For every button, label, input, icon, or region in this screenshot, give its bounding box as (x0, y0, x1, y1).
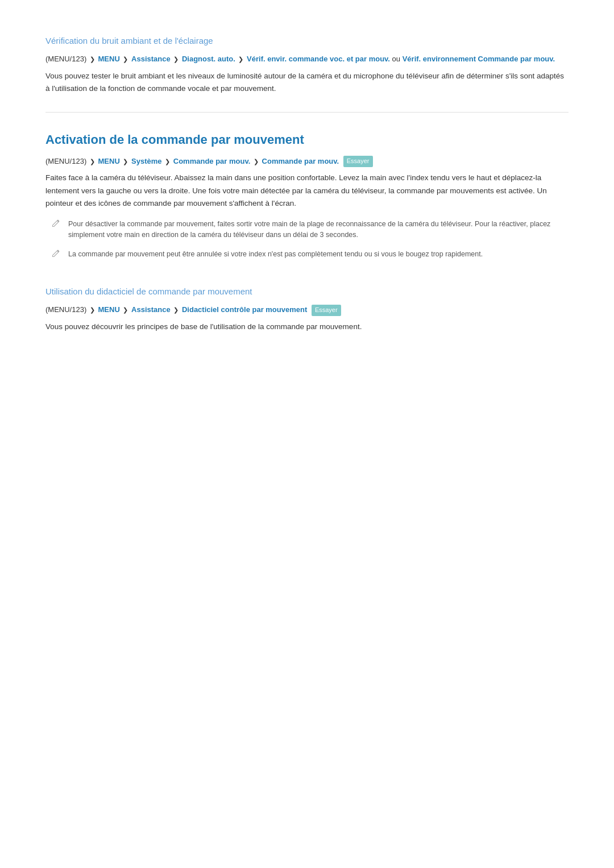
top-menu-link4[interactable]: Vérif. envir. commande voc. et par mouv. (247, 55, 390, 63)
main-bullet-list: Pour désactiver la commande par mouvemen… (51, 219, 569, 262)
top-breadcrumb-part1: (MENU/123) (45, 55, 86, 63)
top-menu-link1[interactable]: MENU (98, 55, 120, 63)
main-essayer-badge[interactable]: Essayer (343, 156, 373, 167)
main-breadcrumb-part1: (MENU/123) (45, 157, 86, 165)
main-menu-link4[interactable]: Commande par mouv. (262, 157, 339, 165)
main-section-title: Activation de la commande par mouvement (45, 130, 569, 149)
pencil-icon-2 (51, 250, 63, 262)
main-chevron-4: ❯ (254, 158, 259, 165)
sub-menu-link3[interactable]: Didacticiel contrôle par mouvement (182, 305, 307, 314)
main-body-text: Faites face à la caméra du téléviseur. A… (45, 172, 569, 210)
main-chevron-2: ❯ (123, 158, 128, 165)
bullet-item-1: Pour désactiver la commande par mouvemen… (51, 219, 569, 241)
main-menu-link3[interactable]: Commande par mouv. (173, 157, 251, 165)
sub-menu-link2[interactable]: Assistance (131, 305, 171, 314)
top-menu-link5[interactable]: Vérif. environnement Commande par mouv. (403, 55, 555, 63)
main-chevron-3: ❯ (165, 158, 170, 165)
sub-section: Utilisation du didacticiel de commande p… (45, 285, 569, 333)
sub-chevron-3: ❯ (173, 306, 179, 313)
sub-body-text: Vous pouvez découvrir les principes de b… (45, 321, 569, 333)
top-chevron-2: ❯ (123, 56, 128, 63)
top-body-text: Vous pouvez tester le bruit ambiant et l… (45, 70, 569, 95)
bullet-item-2: La commande par mouvement peut être annu… (51, 249, 569, 262)
sub-chevron-1: ❯ (90, 306, 95, 313)
top-breadcrumb: (MENU/123) ❯ MENU ❯ Assistance ❯ Diagnos… (45, 53, 569, 65)
main-chevron-1: ❯ (90, 158, 95, 165)
sub-menu-link1[interactable]: MENU (98, 305, 120, 314)
top-chevron-1: ❯ (90, 56, 95, 63)
main-section: Activation de la commande par mouvement … (45, 130, 569, 262)
bullet-text-1: Pour désactiver la commande par mouvemen… (68, 219, 569, 241)
top-connector: ou (392, 55, 403, 63)
main-menu-link2[interactable]: Système (131, 157, 161, 165)
sub-breadcrumb: (MENU/123) ❯ MENU ❯ Assistance ❯ Didacti… (45, 304, 569, 316)
main-breadcrumb: (MENU/123) ❯ MENU ❯ Système ❯ Commande p… (45, 156, 569, 168)
section-divider-1 (45, 112, 569, 113)
sub-breadcrumb-part1: (MENU/123) (45, 305, 86, 314)
top-chevron-4: ❯ (238, 56, 243, 63)
sub-section-title: Utilisation du didacticiel de commande p… (45, 285, 569, 298)
top-section: Vérification du bruit ambiant et de l'éc… (45, 34, 569, 95)
sub-chevron-2: ❯ (123, 306, 128, 313)
sub-essayer-badge[interactable]: Essayer (312, 305, 341, 316)
top-section-title: Vérification du bruit ambiant et de l'éc… (45, 34, 569, 48)
top-chevron-3: ❯ (173, 56, 179, 63)
main-menu-link1[interactable]: MENU (98, 157, 120, 165)
pencil-icon-1 (51, 219, 63, 232)
top-menu-link2[interactable]: Assistance (131, 55, 171, 63)
top-menu-link3[interactable]: Diagnost. auto. (182, 55, 235, 63)
bullet-text-2: La commande par mouvement peut être annu… (68, 249, 483, 260)
